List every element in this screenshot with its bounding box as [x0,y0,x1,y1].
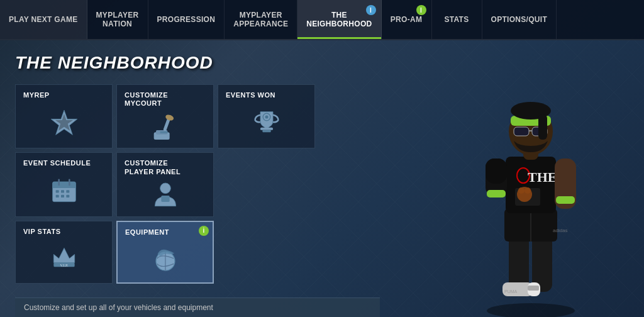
svg-rect-6 [160,131,167,133]
tiles-grid: MyREP CUSTOMIZE MyCOURT [15,84,375,284]
tooltip-bar: Customize and set up all of your vehicle… [15,298,380,317]
svg-rect-18 [61,190,64,192]
nav-pro-am[interactable]: i Pro-Am [382,0,432,39]
svg-rect-49 [556,196,575,204]
neighborhood-notification: i [366,5,376,15]
equipment-notification: i [199,226,209,236]
nav-stats[interactable]: Stats [432,0,482,39]
main-content: THE NEIGHBORHOOD MyREP CUSTOMIZE MyCOURT [0,40,644,317]
svg-point-42 [518,187,525,194]
svg-rect-9 [262,130,270,132]
svg-rect-8 [260,127,273,130]
tile-equipment-icon [125,240,205,277]
tile-myrep-icon [23,103,104,143]
svg-point-43 [525,187,531,194]
svg-rect-22 [66,195,69,197]
tile-customize-mycourt-icon [125,111,206,143]
tile-customize-mycourt-label: CUSTOMIZE MyCOURT [125,91,206,108]
svg-text:THE: THE [528,169,557,185]
tile-events-won[interactable]: EVENTS WON [218,84,315,148]
tile-event-schedule-icon [23,172,104,211]
svg-rect-45 [486,158,507,184]
svg-point-29 [487,303,575,317]
nav-progression[interactable]: Progression [148,0,225,39]
svg-rect-34 [528,286,539,291]
tile-events-won-icon [226,103,307,143]
svg-text:PUMA: PUMA [504,289,518,294]
nav-options-quit[interactable]: Options/Quit [482,0,557,39]
tile-customize-player-panel[interactable]: CUSTOMIZE PLAYER PANEL [116,152,214,216]
tooltip-text: Customize and set up all of your vehicle… [24,303,213,312]
proam-notification: i [416,5,426,15]
page-title: THE NEIGHBORHOOD [15,53,375,73]
svg-rect-20 [55,195,58,197]
tile-event-schedule-label: EVENT SCHEDULE [23,159,104,167]
nav-the-neighborhood[interactable]: i The Neighborhood [297,0,381,39]
tile-equipment-label: EQUIPMENT [125,228,205,236]
svg-rect-7 [264,121,269,127]
svg-point-11 [265,115,268,118]
tile-vip-stats[interactable]: VIP STATS V.I.P. [15,221,113,284]
svg-rect-17 [55,190,58,192]
svg-rect-21 [61,195,64,197]
character-panel: THE [390,40,644,317]
svg-text:adidas: adidas [553,228,568,233]
tile-vip-stats-icon: V.I.P. [23,240,104,278]
svg-rect-57 [538,114,547,140]
tile-events-won-label: EVENTS WON [226,91,307,99]
svg-rect-53 [514,127,529,136]
tile-myrep[interactable]: MyREP [15,84,113,148]
tile-event-schedule[interactable]: EVENT SCHEDULE [15,152,113,216]
tile-customize-mycourt[interactable]: CUSTOMIZE MyCOURT [116,84,214,148]
nav-myplayer-appearance[interactable]: MyPLAYER Appearance [225,0,297,39]
tile-customize-player-panel-icon [125,180,206,211]
svg-rect-46 [487,190,506,197]
left-panel: THE NEIGHBORHOOD MyREP CUSTOMIZE MyCOURT [0,40,390,317]
character-figure: THE [430,53,631,317]
nav-myplayer-nation[interactable]: MyPLAYER Nation [87,0,148,39]
svg-rect-19 [66,190,69,192]
tile-vip-stats-label: VIP STATS [23,228,104,236]
svg-point-23 [160,183,170,194]
nav-bar: Play Next Game MyPLAYER Nation Progressi… [0,0,644,40]
tile-customize-player-panel-label: CUSTOMIZE PLAYER PANEL [125,159,206,175]
svg-text:V.I.P.: V.I.P. [60,264,69,267]
svg-rect-14 [52,186,75,188]
tile-equipment[interactable]: i EQUIPMENT [116,221,214,284]
svg-rect-24 [161,196,169,202]
tile-myrep-label: MyREP [23,91,104,99]
nav-play-next-game[interactable]: Play Next Game [0,0,87,39]
